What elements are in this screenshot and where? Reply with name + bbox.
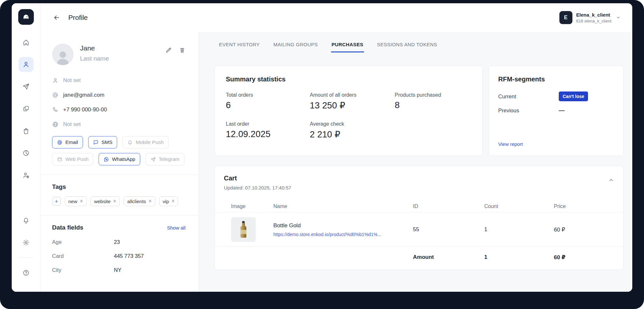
- tags-row: new website allclients: [52, 196, 185, 206]
- cart-updated: Updated: 07.10.2025, 17:40:57: [224, 185, 291, 190]
- contact-row-website: Not set: [52, 117, 185, 132]
- sidebar-divider: [19, 258, 33, 258]
- stat-value: 13 250 ₽: [310, 100, 395, 111]
- data-fields-title: Data fields: [52, 224, 83, 231]
- summary-statistics-card: Summary statistics Total orders 6 Amount…: [214, 65, 483, 156]
- plus-icon: [54, 199, 59, 204]
- remove-tag-icon[interactable]: [171, 199, 174, 204]
- channel-web-push-button[interactable]: Web Push: [52, 153, 93, 165]
- last-name-placeholder: Last name: [80, 55, 109, 62]
- stat-label: Total orders: [226, 92, 310, 98]
- remove-tag-icon[interactable]: [149, 199, 152, 204]
- data-field-value: 445 773 357: [114, 253, 144, 259]
- contact-row-name: Not set: [52, 73, 185, 88]
- product-name: Bottle Gold: [273, 222, 413, 229]
- column-price: Price: [554, 204, 614, 209]
- show-all-link[interactable]: Show all: [167, 225, 185, 231]
- at-icon: [52, 92, 59, 98]
- tab-purchases[interactable]: PURCHASES: [331, 38, 364, 52]
- globe-icon: [52, 121, 59, 128]
- cart-title-block: Cart Updated: 07.10.2025, 17:40:57: [224, 175, 291, 190]
- contact-email-value: jane@gmail.com: [63, 92, 104, 98]
- channel-sms-button[interactable]: SMS: [88, 136, 117, 148]
- channel-label: WhatsApp: [112, 156, 135, 162]
- data-field-value: 23: [114, 239, 120, 245]
- sidebar-item-analytics[interactable]: [19, 146, 34, 161]
- data-field-row: City NY: [52, 267, 185, 273]
- profile-avatar: [52, 44, 74, 65]
- remove-tag-icon[interactable]: [80, 199, 83, 204]
- stats-grid: Total orders 6 Amount of all orders 13 2…: [226, 92, 471, 140]
- sidebar-item-settings[interactable]: [19, 235, 34, 250]
- column-name: Name: [273, 204, 413, 209]
- product-name-cell: Bottle Gold https://demo.store.enkod.io/…: [273, 222, 413, 237]
- sidebar-item-copies[interactable]: [19, 101, 34, 116]
- data-field-label: City: [52, 267, 114, 273]
- channel-mobile-push-button[interactable]: Mobile Push: [122, 136, 168, 148]
- channel-label: SMS: [102, 139, 113, 145]
- telegram-icon: [150, 157, 156, 162]
- contact-name-value: Not set: [63, 77, 81, 84]
- sidebar-item-audience[interactable]: [19, 168, 34, 183]
- account-avatar: E: [559, 11, 572, 24]
- main-column: Profile E Elena_k_client 616 elena_k_cli…: [40, 3, 632, 292]
- phone-icon: [52, 106, 59, 113]
- tag-label: allclients: [127, 199, 146, 204]
- sidebar-item-profile[interactable]: [19, 57, 34, 72]
- data-field-row: Card 445 773 357: [52, 253, 185, 259]
- account-name: Elena_k_client: [576, 12, 611, 18]
- rfm-current-label: Current: [498, 93, 559, 100]
- person-header: Jane Last name: [52, 44, 185, 65]
- cart-total-row: Amount 1 60 ₽: [215, 247, 623, 268]
- channel-row-2: Web Push WhatsApp Telegram: [52, 153, 185, 165]
- cart-table: Image Name ID Count Price: [215, 200, 623, 268]
- stat-value: 12.09.2025: [226, 129, 310, 139]
- contact-row-phone: +7 990 000-90-00: [52, 102, 185, 117]
- tag-label: new: [68, 199, 77, 204]
- account-menu[interactable]: E Elena_k_client 616 elena_k_client: [559, 11, 621, 24]
- contact-website-value: Not set: [63, 121, 81, 128]
- channel-whatsapp-button[interactable]: WhatsApp: [99, 153, 140, 165]
- remove-tag-icon[interactable]: [113, 199, 116, 204]
- tab-mailing-groups[interactable]: MAILING GROUPS: [273, 38, 318, 52]
- collapse-cart-button[interactable]: [608, 175, 614, 183]
- edit-profile-button[interactable]: [165, 47, 172, 65]
- channel-telegram-button[interactable]: Telegram: [145, 153, 185, 165]
- tag-chip: new: [65, 196, 87, 206]
- stat-amount-all-orders: Amount of all orders 13 250 ₽: [310, 92, 395, 111]
- rfm-previous-label: Previous: [498, 107, 559, 114]
- stat-label: Products purchased: [395, 92, 471, 98]
- column-count: Count: [484, 204, 554, 209]
- summary-title: Summary statistics: [226, 76, 471, 83]
- app-logo[interactable]: [18, 9, 34, 25]
- sidebar-item-campaigns[interactable]: [19, 79, 34, 94]
- first-name: Jane: [80, 44, 109, 52]
- sidebar-item-shop[interactable]: [19, 123, 34, 138]
- panel-divider: [40, 215, 199, 216]
- at-icon: [57, 140, 62, 145]
- gear-icon: [22, 239, 30, 246]
- column-id: ID: [413, 204, 484, 209]
- cart-title: Cart: [224, 175, 291, 182]
- sidebar-item-help[interactable]: [19, 265, 34, 280]
- product-id: 55: [413, 226, 484, 233]
- back-button[interactable]: [50, 11, 63, 24]
- cart-table-header: Image Name ID Count Price: [215, 200, 623, 213]
- tag-label: website: [94, 199, 111, 204]
- sidebar-item-home[interactable]: [19, 35, 34, 50]
- tag-chip: vip: [159, 196, 178, 206]
- panel-divider: [40, 175, 199, 175]
- stats-cards-row: Summary statistics Total orders 6 Amount…: [214, 65, 623, 156]
- column-image: Image: [231, 204, 273, 209]
- sidebar-item-notifications[interactable]: [19, 213, 34, 228]
- product-url-link[interactable]: https://demo.store.enkod.io/product/%d0%…: [273, 232, 402, 237]
- cart-card: Cart Updated: 07.10.2025, 17:40:57 Image…: [214, 166, 623, 270]
- view-report-link[interactable]: View report: [498, 141, 523, 147]
- tab-event-history[interactable]: EVENT HISTORY: [218, 38, 260, 52]
- delete-profile-button[interactable]: [179, 47, 185, 65]
- add-tag-button[interactable]: [52, 197, 61, 206]
- tab-sessions-tokens[interactable]: SESSIONS AND TOKENS: [377, 38, 438, 52]
- stat-value: 2 210 ₽: [310, 129, 395, 140]
- cart-item-row: Bottle Gold https://demo.store.enkod.io/…: [215, 213, 623, 247]
- channel-email-button[interactable]: Email: [52, 136, 83, 148]
